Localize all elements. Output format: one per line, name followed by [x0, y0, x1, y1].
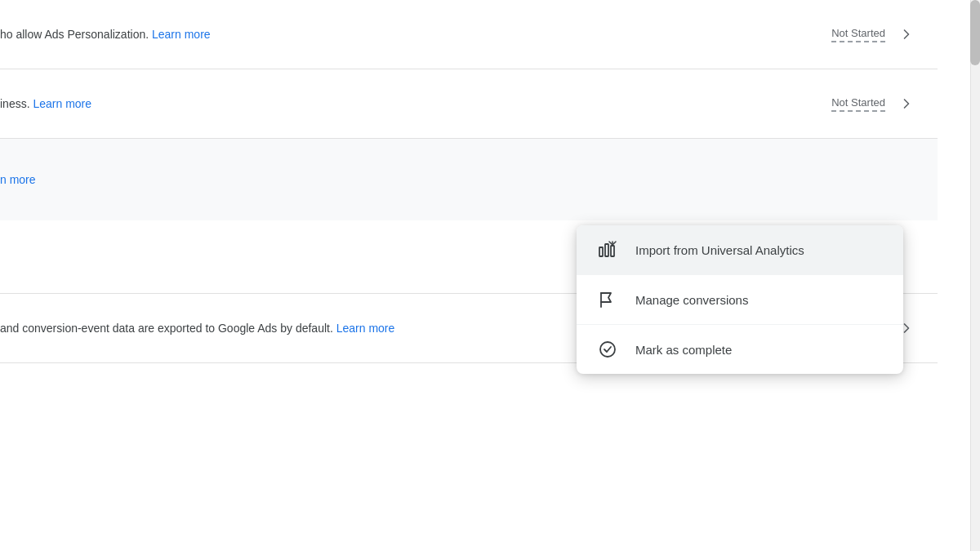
- dropdown-item-manage-conversions[interactable]: Manage conversions: [577, 275, 903, 325]
- page-container: ho allow Ads Personalization. Learn more…: [0, 0, 980, 551]
- row-2-prefix: iness.: [0, 97, 33, 110]
- row-5-learn-more-link[interactable]: Learn more: [336, 322, 395, 335]
- row-ads-personalization: ho allow Ads Personalization. Learn more…: [0, 0, 938, 69]
- row-2-learn-more-link[interactable]: Learn more: [33, 97, 91, 110]
- svg-point-3: [600, 342, 615, 357]
- import-icon: [596, 238, 619, 261]
- dropdown-item-mark-complete[interactable]: Mark as complete: [577, 325, 903, 374]
- highlight-circle: Learn more: [152, 26, 211, 43]
- scrollbar-thumb[interactable]: [970, 0, 980, 65]
- dropdown-item-import-ua-label: Import from Universal Analytics: [635, 243, 804, 257]
- row-learn-more: n more: [0, 139, 938, 220]
- row-1-prefix: ho allow Ads Personalization.: [0, 28, 152, 41]
- scrollbar[interactable]: [970, 0, 980, 551]
- row-2-status-badge[interactable]: Not Started: [831, 96, 885, 112]
- row-1-status-badge[interactable]: Not Started: [831, 27, 885, 42]
- dropdown-item-manage-conversions-label: Manage conversions: [635, 293, 748, 307]
- row-2-chevron-button[interactable]: [892, 89, 921, 118]
- row-business: iness. Learn more Not Started: [0, 69, 938, 139]
- row-1-right: Not Started: [791, 20, 921, 49]
- row-2-text: iness. Learn more: [0, 81, 791, 127]
- row-3-text: n more: [0, 157, 791, 203]
- svg-rect-1: [605, 244, 608, 256]
- content-area: ho allow Ads Personalization. Learn more…: [0, 0, 938, 551]
- row-1-learn-more-link[interactable]: Learn more: [152, 28, 211, 41]
- row-2-right: Not Started: [791, 89, 921, 118]
- flag-icon: [596, 288, 619, 311]
- svg-rect-0: [599, 247, 603, 256]
- dropdown-menu: Import from Universal Analytics Manage c…: [577, 225, 903, 374]
- row-1-text: ho allow Ads Personalization. Learn more: [0, 11, 791, 58]
- row-3-learn-more-link[interactable]: n more: [0, 173, 36, 186]
- dropdown-item-mark-complete-label: Mark as complete: [635, 343, 732, 357]
- svg-rect-2: [611, 246, 614, 256]
- row-1-chevron-button[interactable]: [892, 20, 921, 49]
- row-5-prefix: and conversion-event data are exported t…: [0, 322, 336, 335]
- check-circle-icon: [596, 338, 619, 361]
- dropdown-item-import-ua[interactable]: Import from Universal Analytics: [577, 225, 903, 275]
